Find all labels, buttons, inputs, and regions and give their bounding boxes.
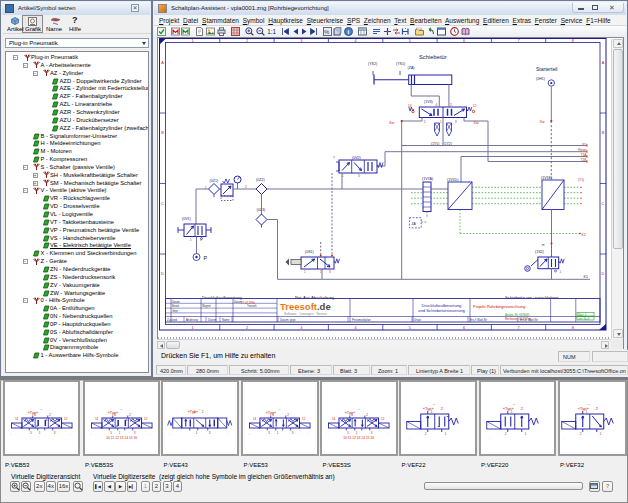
- svg-text:1: 1: [445, 432, 447, 436]
- svg-text:−: −: [40, 407, 43, 412]
- svg-text:12: 12: [144, 417, 148, 421]
- svg-text:5: 5: [30, 431, 32, 435]
- svg-text:Software · Lösungen · Service: Software · Lösungen · Service: [284, 312, 327, 316]
- svg-text:27.02.199x: 27.02.199x: [241, 301, 255, 305]
- svg-text:Projekt:: Projekt:: [473, 304, 487, 309]
- svg-text:Zustand: Zustand: [167, 318, 178, 322]
- svg-text:1:1: 1:1: [267, 28, 276, 35]
- svg-text:1: 1: [560, 270, 562, 274]
- svg-text:2: 2: [441, 406, 444, 411]
- svg-text:(0V1): (0V1): [182, 217, 191, 221]
- svg-text:◌: ◌: [89, 432, 91, 436]
- svg-text:1: 1: [196, 431, 198, 435]
- svg-text:1: 1: [431, 410, 433, 414]
- svg-text:◌: ◌: [169, 432, 171, 436]
- svg-text:K2: K2: [582, 233, 586, 237]
- svg-text:Ers.f: Blatt-Nr:: Ers.f: Blatt-Nr:: [470, 318, 488, 322]
- svg-text:2: 2: [450, 103, 452, 107]
- svg-text:1: 1: [277, 431, 279, 435]
- svg-text:«Typ»: «Typ»: [266, 411, 276, 415]
- svg-text:(0Z3): (0Z3): [257, 208, 266, 212]
- svg-text:K1: K1: [584, 275, 588, 279]
- svg-text:10 11 12 13 14 15 16: 10 11 12 13 14 15 16: [343, 436, 374, 440]
- svg-text:4: 4: [436, 103, 438, 107]
- svg-text:m: m: [542, 243, 545, 247]
- svg-text:14: 14: [94, 417, 98, 421]
- svg-text:(YS2): (YS2): [368, 62, 377, 66]
- svg-text:3: 3: [371, 431, 373, 435]
- svg-text:Datum: gepr.: Datum: gepr.: [280, 318, 296, 322]
- svg-text:−: −: [587, 402, 590, 407]
- svg-text:A: A: [161, 60, 164, 65]
- svg-text:%: %: [324, 29, 330, 35]
- svg-text:◌: ◌: [9, 432, 11, 436]
- svg-text:Änderung: Änderung: [186, 318, 199, 322]
- svg-text:2: 2: [520, 406, 523, 411]
- svg-text:2: 2: [504, 432, 506, 436]
- svg-text:Urspr.: Urspr.: [414, 318, 422, 322]
- svg-text:C: C: [602, 201, 605, 206]
- svg-text:2: 2: [245, 185, 247, 189]
- svg-text:«Typ»: «Typ»: [107, 411, 117, 415]
- svg-text:«Typ»: «Typ»: [188, 410, 198, 414]
- svg-text:«Typ»: «Typ»: [345, 411, 355, 415]
- svg-text:Xw: Xw: [540, 120, 545, 124]
- svg-text:14: 14: [332, 417, 336, 421]
- svg-text:◌: ◌: [69, 432, 71, 436]
- svg-text:3: 3: [300, 325, 303, 330]
- svg-text:1: 1: [304, 270, 306, 274]
- svg-text:12: 12: [302, 417, 306, 421]
- svg-text:(0H1): (0H1): [536, 77, 545, 81]
- svg-text:6: 6: [463, 325, 466, 330]
- svg-text:3: 3: [358, 174, 360, 178]
- svg-text:1: 1: [524, 432, 526, 436]
- svg-text:(1V3): (1V3): [424, 100, 433, 104]
- svg-text:und Schiebetürsteuerung: und Schiebetürsteuerung: [418, 308, 465, 313]
- svg-text:4: 4: [354, 325, 357, 330]
- svg-text:B: B: [161, 130, 164, 135]
- svg-text:Blatt: 3: Blatt: 3: [578, 313, 587, 317]
- svg-text:Wagner: Wagner: [202, 304, 211, 308]
- svg-text:Treesoft.de: Treesoft.de: [280, 301, 331, 312]
- svg-text:(1Y2): (1Y2): [444, 142, 452, 146]
- svg-text:P: P: [204, 255, 208, 261]
- svg-text:(1V1D): (1V1D): [447, 178, 458, 182]
- svg-text:5: 5: [424, 120, 426, 124]
- svg-text:B: B: [602, 130, 605, 135]
- svg-text:von: 4b+8: von: 4b+8: [578, 317, 590, 321]
- svg-text:14: 14: [14, 417, 18, 421]
- svg-text:Schiebetür vor+zurückfahren: Schiebetür vor+zurückfahren: [505, 295, 559, 300]
- svg-text:7: 7: [517, 325, 520, 330]
- svg-text:D: D: [602, 271, 605, 276]
- svg-text:12: 12: [473, 104, 477, 108]
- svg-text:1: 1: [356, 431, 358, 435]
- svg-text:◌: ◌: [149, 432, 151, 436]
- svg-text:(ZA): (ZA): [408, 66, 415, 70]
- svg-text:(1V1E): (1V1E): [541, 176, 552, 180]
- svg-text:−: −: [120, 407, 123, 412]
- svg-text:2: 2: [49, 413, 51, 417]
- svg-text:1: 1: [585, 410, 587, 414]
- svg-text:2: 2: [246, 325, 249, 330]
- svg-text:14: 14: [253, 417, 257, 421]
- svg-text:Pneumatikplan: Pneumatikplan: [352, 318, 371, 322]
- svg-text:−: −: [357, 407, 360, 412]
- svg-text:Bearb.: Bearb.: [172, 304, 180, 308]
- svg-text:1: 1: [510, 410, 512, 414]
- svg-text:2: 2: [287, 413, 289, 417]
- svg-text:Schiebetür: Schiebetür: [419, 54, 447, 60]
- svg-text:1: 1: [440, 120, 442, 124]
- svg-text:3: 3: [133, 431, 135, 435]
- svg-text:C: C: [161, 201, 164, 206]
- svg-text:12: 12: [381, 417, 385, 421]
- svg-text:8: 8: [572, 325, 575, 330]
- svg-text:«Typ»: «Typ»: [27, 411, 37, 415]
- svg-text:Xw: Xw: [389, 121, 394, 125]
- svg-text:ZA: ZA: [412, 222, 417, 226]
- svg-text:10 11 12 13 14 15 16: 10 11 12 13 14 15 16: [106, 436, 137, 440]
- svg-text:3: 3: [209, 431, 211, 435]
- svg-text:◌: ◌: [409, 436, 411, 440]
- svg-text:−: −: [278, 407, 281, 412]
- svg-text:P1: P1: [583, 143, 587, 147]
- svg-text:1: 1: [599, 432, 601, 436]
